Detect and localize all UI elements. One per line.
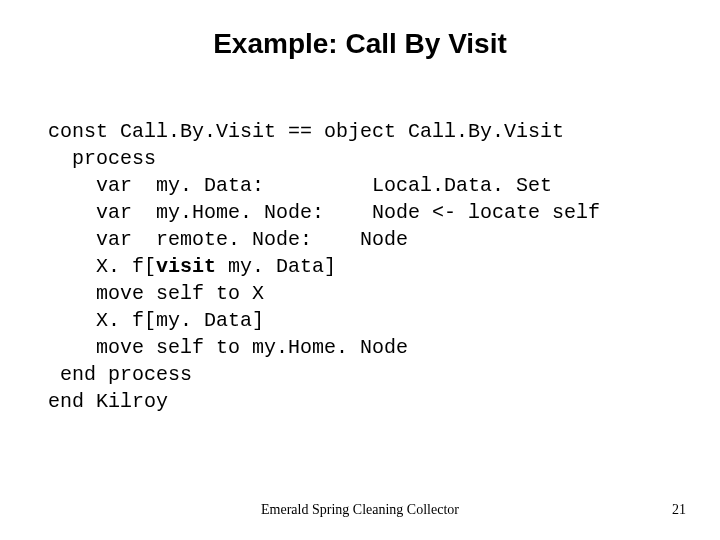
code-bold: visit (156, 255, 216, 278)
code-line: move self to X (48, 282, 264, 305)
code-line: end process (48, 363, 192, 386)
page-number: 21 (672, 502, 686, 518)
code-line: var my. Data: Local.Data. Set (48, 174, 552, 197)
code-line: move self to my.Home. Node (48, 336, 408, 359)
code-line: my. Data] (216, 255, 336, 278)
slide: Example: Call By Visit const Call.By.Vis… (0, 0, 720, 540)
code-block: const Call.By.Visit == object Call.By.Vi… (48, 118, 600, 415)
code-line: var remote. Node: Node (48, 228, 408, 251)
code-line: X. f[ (48, 255, 156, 278)
code-line: process (48, 147, 156, 170)
code-line: const Call.By.Visit == object Call.By.Vi… (48, 120, 564, 143)
code-line: var my.Home. Node: Node <- locate self (48, 201, 600, 224)
footer-text: Emerald Spring Cleaning Collector (0, 502, 720, 518)
code-line: end Kilroy (48, 390, 168, 413)
code-line: X. f[my. Data] (48, 309, 264, 332)
slide-title: Example: Call By Visit (0, 28, 720, 60)
